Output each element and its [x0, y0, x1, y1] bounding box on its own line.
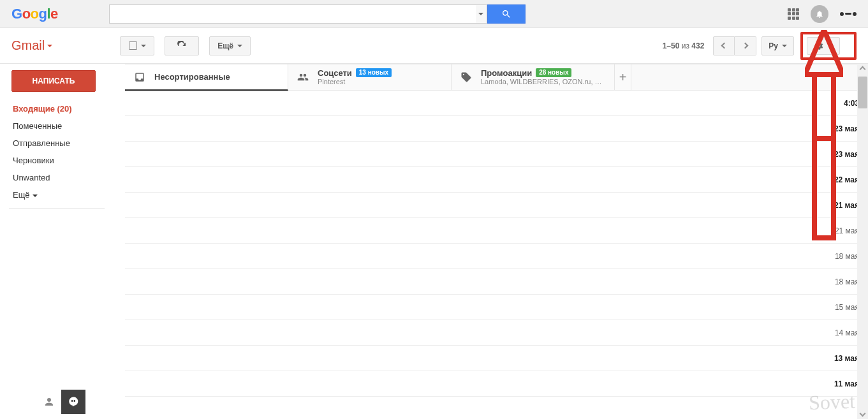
chevron-right-icon [742, 43, 749, 49]
chevron-down-icon [478, 13, 483, 15]
refresh-icon [177, 41, 187, 51]
chevron-down-icon [33, 195, 38, 197]
mail-row[interactable]: 18 мая [125, 269, 868, 295]
mail-row-date: 23 мая [834, 150, 859, 159]
gear-icon [814, 41, 824, 51]
refresh-button[interactable] [165, 36, 199, 55]
account-toggle[interactable] [840, 12, 857, 16]
tab-promotions-badge: 28 новых [536, 68, 571, 77]
mail-row-date: 22 мая [834, 175, 859, 184]
tab-social-label: Соцсети [318, 68, 352, 78]
mail-row-date: 18 мая [835, 277, 859, 286]
compose-button[interactable]: НАПИСАТЬ [11, 70, 96, 92]
mail-row[interactable]: 23 мая [125, 116, 868, 142]
tab-social-sub: Pinterest [318, 78, 392, 86]
google-logo[interactable]: Google [11, 6, 58, 22]
bell-icon [815, 10, 824, 18]
mail-row[interactable]: 11 мая [125, 371, 868, 397]
header-bar: Google [0, 0, 868, 28]
mail-row[interactable]: 4:03 [125, 91, 868, 116]
search-dropdown-toggle[interactable] [476, 4, 487, 24]
chevron-down-icon [141, 45, 146, 47]
toolbar-right-group: 1–50 из 432 Ру [663, 32, 857, 60]
chevron-down-icon [782, 45, 787, 47]
mail-row-date: 18 мая [835, 252, 859, 261]
hangouts-icon-button[interactable] [61, 390, 85, 414]
sidebar-item-inbox[interactable]: Входящие (20) [11, 101, 120, 117]
sidebar-divider [9, 208, 105, 209]
sidebar-item-more[interactable]: Ещё [11, 187, 120, 203]
mail-row-date: 13 мая [834, 354, 859, 363]
tab-primary[interactable]: Несортированные [125, 64, 288, 91]
mail-row[interactable]: 22 мая [125, 167, 868, 193]
scrollbar[interactable] [857, 64, 868, 419]
sidebar-item-drafts[interactable]: Черновики [11, 152, 120, 168]
tag-icon [460, 71, 472, 83]
tab-social[interactable]: Соцсети 13 новых Pinterest [288, 64, 452, 90]
hangouts-icon [68, 396, 79, 408]
content: НАПИСАТЬ Входящие (20) Помеченные Отправ… [0, 64, 868, 419]
pagination-nav [713, 36, 756, 55]
mail-row[interactable]: 13 мая [125, 346, 868, 371]
tab-promotions-label: Промоакции [481, 68, 532, 78]
more-actions-button[interactable]: Ещё [209, 36, 251, 55]
pagination-text: 1–50 из 432 [663, 41, 705, 50]
sidebar-item-unwanted[interactable]: Unwanted [11, 170, 120, 186]
main-area: Несортированные Соцсети 13 новых Pintere… [125, 64, 868, 419]
search-button[interactable] [487, 4, 526, 24]
search-icon [501, 9, 511, 19]
mail-row-date: 14 мая [835, 328, 859, 337]
chevron-left-icon [721, 43, 727, 49]
tab-social-badge: 13 новых [356, 68, 392, 77]
sidebar-item-starred[interactable]: Помеченные [11, 118, 120, 134]
chevron-down-icon [237, 45, 242, 47]
input-language-button[interactable]: Ру [761, 36, 794, 55]
gmail-label-text: Gmail [11, 38, 45, 53]
mail-row-date: 21 мая [834, 201, 859, 210]
settings-button-highlight [800, 32, 857, 60]
mail-list: 4:0323 мая23 мая22 мая21 мая21 мая18 мая… [125, 91, 868, 419]
lang-label: Ру [769, 41, 778, 50]
sidebar-item-sent[interactable]: Отправленные [11, 135, 120, 151]
inbox-icon [134, 71, 145, 83]
mail-row[interactable]: 14 мая [125, 320, 868, 346]
settings-button[interactable] [807, 37, 840, 55]
chevron-down-icon [47, 45, 52, 47]
person-icon [43, 396, 55, 408]
mail-row-date: 15 мая [835, 303, 859, 312]
scrollbar-thumb[interactable] [858, 77, 867, 108]
tab-primary-label: Несортированные [154, 72, 230, 82]
people-icon [297, 71, 309, 83]
gmail-menu[interactable]: Gmail [11, 38, 52, 53]
chevron-down-icon [828, 45, 833, 47]
search-wrap [109, 4, 526, 24]
more-label: Ещё [217, 41, 233, 50]
toolbar-left-group: Ещё [120, 36, 251, 55]
mail-toolbar: Gmail Ещё 1–50 из 432 Ру [0, 28, 868, 64]
mail-row[interactable]: 21 мая [125, 218, 868, 244]
sidebar-folders: Входящие (20) Помеченные Отправленные Че… [11, 101, 120, 203]
apps-icon[interactable] [788, 8, 799, 20]
header-right [788, 5, 868, 23]
mail-row[interactable]: 23 мая [125, 142, 868, 167]
chevron-up-icon [860, 66, 866, 73]
chevron-down-icon [860, 411, 866, 417]
tab-promotions[interactable]: Промоакции 28 новых Lamoda, WILDBERRIES,… [452, 64, 615, 90]
mail-row-date: 23 мая [834, 124, 859, 133]
sidebar: НАПИСАТЬ Входящие (20) Помеченные Отправ… [0, 64, 125, 419]
checkbox-icon [129, 41, 137, 50]
mail-row[interactable]: 15 мая [125, 295, 868, 320]
mail-row-date: 21 мая [835, 226, 859, 235]
sidebar-bottom [11, 390, 120, 419]
tab-promotions-sub: Lamoda, WILDBERRIES, OZON.ru, La... [481, 78, 602, 86]
mail-row[interactable]: 21 мая [125, 193, 868, 218]
contacts-icon-button[interactable] [37, 390, 61, 414]
next-page-button[interactable] [735, 36, 756, 55]
mail-row-date: 11 мая [834, 379, 859, 388]
tab-add-category[interactable]: + [615, 64, 631, 90]
notifications-button[interactable] [811, 5, 828, 23]
search-input[interactable] [109, 4, 476, 24]
mail-row[interactable]: 18 мая [125, 244, 868, 269]
select-all-button[interactable] [120, 36, 154, 55]
prev-page-button[interactable] [713, 36, 735, 55]
